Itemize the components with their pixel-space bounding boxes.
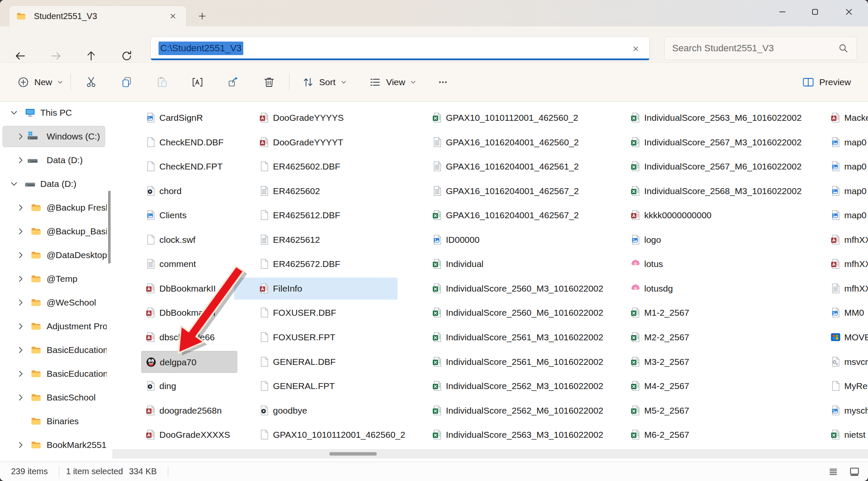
file-item-individualscore-2562-m6-1016022002[interactable]: IndividualScore_2562_M6_1016022002 bbox=[424, 400, 615, 422]
file-item-mfhxx[interactable]: mfhXX bbox=[822, 229, 868, 251]
file-item-map0[interactable]: map0 bbox=[822, 156, 868, 178]
file-item-gpax16-1016204001-462567-2[interactable]: GPAX16_1016204001_462567_2 bbox=[424, 204, 615, 226]
address-path[interactable]: C:\Student2551_V3 bbox=[159, 42, 243, 55]
file-item-doogradexxxxs[interactable]: DooGradeXXXXS bbox=[141, 424, 237, 446]
file-item-map0[interactable]: map0 bbox=[822, 204, 868, 226]
file-item-clock-swf[interactable]: clock.swf bbox=[141, 229, 237, 251]
file-item-foxuser-fpt[interactable]: FOXUSER.FPT bbox=[234, 326, 398, 348]
large-icons-view-icon[interactable] bbox=[847, 464, 862, 479]
file-item-lotusdg[interactable]: lotusdg bbox=[622, 278, 809, 300]
file-item-goodbye[interactable]: goodbye bbox=[234, 400, 398, 422]
file-item-cardsignr[interactable]: CardSignR bbox=[141, 107, 237, 129]
file-item-gpax10-1010112001-462560-2[interactable]: GPAX10_1010112001_462560_2 bbox=[424, 107, 615, 129]
file-item-msvcr[interactable]: msvcr bbox=[822, 351, 868, 373]
file-item-gpax16-1016204001-462567-2[interactable]: GPAX16_1016204001_462567_2 bbox=[424, 180, 615, 202]
share-button[interactable] bbox=[221, 70, 246, 95]
close-button[interactable] bbox=[835, 0, 863, 23]
file-item-mfhxx[interactable]: mfhXX bbox=[822, 278, 868, 300]
file-item-clients[interactable]: Clients bbox=[141, 204, 237, 226]
more-options-button[interactable] bbox=[430, 70, 456, 95]
file-item-doogradeyyyyt[interactable]: DooGradeYYYYT bbox=[234, 131, 398, 153]
file-item-er4625612[interactable]: ER4625612 bbox=[234, 229, 398, 251]
file-item-checkend-fpt[interactable]: CheckEND.FPT bbox=[141, 156, 237, 178]
file-item-comment[interactable]: comment bbox=[141, 253, 237, 275]
new-tab-button[interactable] bbox=[195, 9, 209, 23]
file-item-delgpa70[interactable]: delgpa70 bbox=[141, 351, 237, 373]
file-item-map0[interactable]: map0 bbox=[822, 131, 868, 153]
search-placeholder: Search Student2551_V3 bbox=[672, 43, 838, 54]
file-item-foxuser-dbf[interactable]: FOXUSER.DBF bbox=[234, 302, 398, 324]
file-item-mysch[interactable]: mysch bbox=[822, 400, 868, 422]
file-item-myre[interactable]: MyRe bbox=[822, 375, 868, 397]
address-clear-icon[interactable] bbox=[628, 41, 643, 56]
file-item-nietst[interactable]: nietst bbox=[822, 424, 868, 446]
new-button[interactable]: New bbox=[13, 70, 68, 95]
delete-button[interactable] bbox=[256, 70, 282, 95]
search-box[interactable]: Search Student2551_V3 bbox=[664, 36, 857, 60]
file-item-gpax10-1010112001-462560-2[interactable]: GPAX10_1010112001_462560_2 bbox=[234, 424, 398, 446]
file-item-chord[interactable]: chord bbox=[141, 180, 237, 202]
file-item-individualscore-2568-m3-1016022002[interactable]: IndividualScore_2568_M3_1016022002 bbox=[622, 180, 809, 202]
file-item-doogradeyyyys[interactable]: DooGradeYYYYS bbox=[234, 107, 398, 129]
file-item-er4625672-dbf[interactable]: ER4625672.DBF bbox=[234, 253, 398, 275]
file-item-kkkk0000000000[interactable]: kkkk0000000000 bbox=[622, 204, 809, 226]
file-item-gpax16-1016204001-462560-2[interactable]: GPAX16_1016204001_462560_2 bbox=[424, 131, 615, 153]
search-icon[interactable] bbox=[838, 43, 849, 54]
file-item-individualscore-2560-m6-1016022002[interactable]: IndividualScore_2560_M6_1016022002 bbox=[424, 302, 615, 324]
file-item-m1-2-2567[interactable]: M1-2_2567 bbox=[622, 302, 809, 324]
file-item-individualscore-2567-m3-1016022002[interactable]: IndividualScore_2567_M3_1016022002 bbox=[622, 131, 809, 153]
file-item-er4625612-dbf[interactable]: ER4625612.DBF bbox=[234, 204, 398, 226]
file-item-id00000[interactable]: ID00000 bbox=[424, 229, 615, 251]
file-item-map0[interactable]: map0 bbox=[822, 180, 868, 202]
file-item-individualscore-2561-m6-1016022002[interactable]: IndividualScore_2561_M6_1016022002 bbox=[424, 351, 615, 373]
explorer-tab[interactable]: Student2551_V3 bbox=[9, 6, 186, 26]
file-item-individualscore-2563-m3-1016022002[interactable]: IndividualScore_2563_M3_1016022002 bbox=[424, 424, 615, 446]
file-item-general-dbf[interactable]: GENERAL.DBF bbox=[234, 351, 398, 373]
file-item-individualscore-2562-m3-1016022002[interactable]: IndividualScore_2562_M3_1016022002 bbox=[424, 375, 615, 397]
file-item-m6-2-2567[interactable]: M6-2_2567 bbox=[622, 424, 809, 446]
details-view-icon[interactable] bbox=[826, 464, 841, 479]
file-item-er4625602[interactable]: ER4625602 bbox=[234, 180, 398, 202]
file-item-lotus[interactable]: lotus bbox=[622, 253, 809, 275]
file-item-dbschedule66[interactable]: dbschedule66 bbox=[141, 326, 237, 348]
file-item-er4625602-dbf[interactable]: ER4625602.DBF bbox=[234, 156, 398, 178]
file-item-individualscore-2567-m6-1016022002[interactable]: IndividualScore_2567_M6_1016022002 bbox=[622, 156, 809, 178]
file-item-m2-2-2567[interactable]: M2-2_2567 bbox=[622, 326, 809, 348]
file-item-m5-2-2567[interactable]: M5-2_2567 bbox=[622, 400, 809, 422]
view-button[interactable]: View bbox=[364, 70, 422, 95]
rename-button[interactable] bbox=[185, 70, 210, 95]
file-item-individualscore-2560-m3-1016022002[interactable]: IndividualScore_2560_M3_1016022002 bbox=[424, 278, 615, 300]
file-item-individualscore-2563-m6-1016022002[interactable]: IndividualScore_2563_M6_1016022002 bbox=[622, 107, 809, 129]
file-item-move[interactable]: MOVE bbox=[822, 326, 868, 348]
copy-button[interactable] bbox=[114, 70, 139, 95]
file-item-label: M4-2_2567 bbox=[644, 375, 689, 397]
file-item-dbbookmarkil[interactable]: DbBookmarkIl bbox=[141, 302, 237, 324]
file-item-dbbookmarkii[interactable]: DbBookmarkII bbox=[141, 278, 237, 300]
file-item-m3-2-2567[interactable]: M3-2_2567 bbox=[622, 351, 809, 373]
file-item-logo[interactable]: logo bbox=[622, 229, 809, 251]
tab-close-icon[interactable] bbox=[166, 9, 180, 23]
sort-button[interactable]: Sort bbox=[297, 70, 352, 95]
file-item-individual[interactable]: Individual bbox=[424, 253, 615, 275]
file-item-ding[interactable]: ding bbox=[141, 375, 237, 397]
horizontal-scrollbar-track[interactable] bbox=[112, 449, 868, 459]
plain-file-icon bbox=[259, 429, 270, 440]
file-item-individualscore-2561-m3-1016022002[interactable]: IndividualScore_2561_M3_1016022002 bbox=[424, 326, 615, 348]
file-item-mm0[interactable]: MM0 bbox=[822, 302, 868, 324]
text-file-icon bbox=[431, 185, 443, 197]
file-item-macke[interactable]: Macke bbox=[822, 107, 868, 129]
file-item-checkend-dbf[interactable]: CheckEND.DBF bbox=[141, 131, 237, 153]
file-item-general-fpt[interactable]: GENERAL.FPT bbox=[234, 375, 398, 397]
file-item-fileinfo[interactable]: FileInfo bbox=[234, 278, 398, 300]
cut-button[interactable] bbox=[78, 70, 104, 95]
file-item-mfhxx[interactable]: mfhXX bbox=[822, 253, 868, 275]
paste-button[interactable] bbox=[150, 70, 175, 95]
file-item-gpax16-1016204001-462561-2[interactable]: GPAX16_1016204001_462561_2 bbox=[424, 156, 615, 178]
file-item-m4-2-2567[interactable]: M4-2_2567 bbox=[622, 375, 809, 397]
maximize-button[interactable] bbox=[801, 0, 829, 23]
preview-button[interactable]: Preview bbox=[797, 70, 856, 95]
minimize-button[interactable] bbox=[768, 0, 796, 23]
horizontal-scrollbar-thumb[interactable] bbox=[329, 452, 377, 456]
address-bar[interactable]: C:\Student2551_V3 bbox=[150, 36, 650, 60]
file-item-doograde2568n[interactable]: doograde2568n bbox=[141, 400, 237, 422]
